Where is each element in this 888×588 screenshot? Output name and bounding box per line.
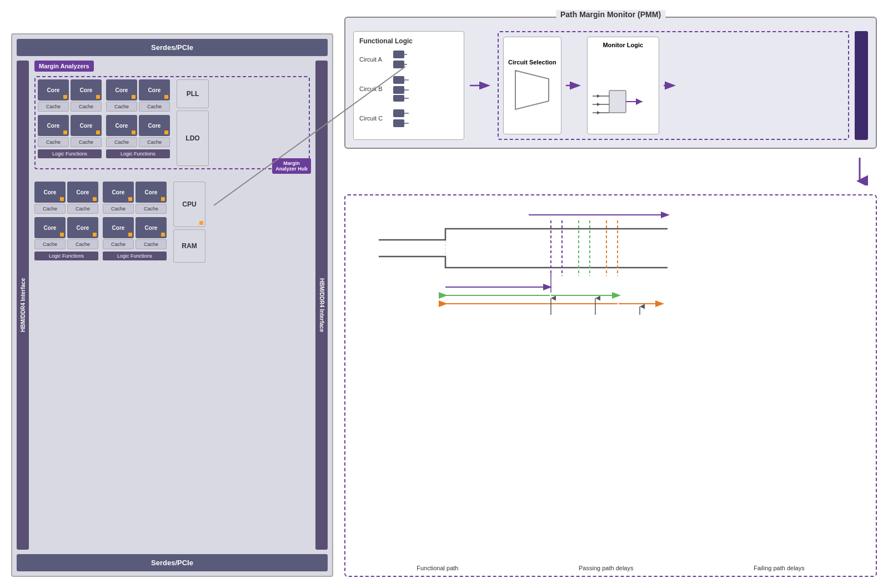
cache-block: Cache xyxy=(71,102,102,112)
cache-block: Cache xyxy=(136,204,167,214)
circuit-c-label: Circuit C xyxy=(359,115,390,122)
cache-block: Cache xyxy=(103,239,134,249)
core-dot xyxy=(63,95,67,99)
hbm-left-interface: HBM/DDR4 Interface xyxy=(17,61,29,550)
core-dot xyxy=(60,233,64,237)
cache-block: Cache xyxy=(38,137,69,147)
arrow-to-monitor xyxy=(566,77,583,94)
core-dot xyxy=(96,95,100,99)
core-dot xyxy=(63,130,67,134)
svg-marker-27 xyxy=(597,111,600,114)
core-block: Core xyxy=(67,217,98,238)
monitor-logic-title: Monitor Logic xyxy=(603,42,643,48)
pmm-output-block xyxy=(855,31,868,140)
monitor-logic-diagram xyxy=(593,85,654,129)
serdes-top: Serdes/PCIe xyxy=(17,39,328,56)
core-block: Core xyxy=(106,115,137,136)
svg-rect-12 xyxy=(393,95,404,102)
functional-path-label: Functional path xyxy=(417,565,458,571)
circuit-selection-title: Circuit Selection xyxy=(508,59,556,66)
svg-rect-21 xyxy=(609,91,626,113)
svg-rect-10 xyxy=(393,86,404,94)
core-block: Core xyxy=(136,217,167,238)
cache-block: Cache xyxy=(139,102,170,112)
functional-logic-section: Functional Logic Circuit A xyxy=(353,31,464,140)
cache-block: Cache xyxy=(139,137,170,147)
circuit-c-row: Circuit C xyxy=(359,108,458,128)
core-block: Core xyxy=(67,182,98,203)
core-block: Core xyxy=(71,79,102,100)
serdes-bottom: Serdes/PCIe xyxy=(17,554,328,571)
core-dot xyxy=(96,130,100,134)
circuit-a-gates xyxy=(393,49,438,69)
cpu-dot xyxy=(199,221,203,225)
margin-analyzer-hub: Margin Analyzer Hub xyxy=(272,158,311,174)
pmm-box: Path Margin Monitor (PMM) Functional Log… xyxy=(344,17,877,149)
core-dot xyxy=(128,197,132,201)
pll-block: PLL xyxy=(177,79,209,108)
core-dot xyxy=(161,197,165,201)
top-core-cluster: Core Cache Core Cache xyxy=(34,76,310,169)
logic-functions-bar: Logic Functions xyxy=(106,149,170,158)
core-block: Core xyxy=(34,217,66,238)
svg-marker-26 xyxy=(597,103,600,106)
svg-marker-25 xyxy=(597,94,600,98)
core-block: Core xyxy=(103,217,134,238)
core-dot xyxy=(93,197,97,201)
circuit-b-row: Circuit B xyxy=(359,75,458,103)
cache-block: Cache xyxy=(34,239,66,249)
core-dot xyxy=(128,233,132,237)
core-block: Core xyxy=(139,79,170,100)
circuit-selection-box: Circuit Selection xyxy=(503,37,561,134)
ram-block: RAM xyxy=(173,229,205,263)
arrow-out-pmm xyxy=(664,77,678,94)
core-block: Core xyxy=(38,79,69,100)
core-dot xyxy=(164,95,168,99)
margin-analyzers-label: Margin Analyzers xyxy=(34,61,94,72)
core-dot xyxy=(164,130,168,134)
cache-block: Cache xyxy=(103,204,134,214)
core-block: Core xyxy=(136,182,167,203)
core-dot xyxy=(60,197,64,201)
down-arrow-pmm-to-timing xyxy=(851,158,868,185)
functional-logic-title: Functional Logic xyxy=(359,37,458,45)
core-block: Core xyxy=(139,115,170,136)
circuit-c-gates xyxy=(393,108,438,128)
core-block: Core xyxy=(103,182,134,203)
cache-block: Cache xyxy=(136,239,167,249)
core-dot xyxy=(132,130,136,134)
core-block: Core xyxy=(38,115,69,136)
pmm-title: Path Margin Monitor (PMM) xyxy=(556,10,665,19)
svg-rect-0 xyxy=(393,51,404,58)
cache-block: Cache xyxy=(106,137,137,147)
cache-block: Cache xyxy=(67,204,98,214)
timing-diagram-box: Functional path Passing path delays Fail… xyxy=(344,194,877,577)
passing-delays-label: Passing path delays xyxy=(579,565,633,571)
logic-functions-bar: Logic Functions xyxy=(34,252,98,260)
logic-functions-bar: Logic Functions xyxy=(103,252,167,260)
core-dot xyxy=(161,233,165,237)
svg-marker-19 xyxy=(515,71,549,109)
core-dot xyxy=(132,95,136,99)
logic-functions-bar: Logic Functions xyxy=(38,149,102,158)
ldo-block: LDO xyxy=(177,110,209,166)
core-block: Core xyxy=(106,79,137,100)
cache-block: Cache xyxy=(34,204,66,214)
svg-rect-14 xyxy=(393,109,404,117)
cache-block: Cache xyxy=(71,137,102,147)
arrow-to-circuit-selection xyxy=(470,77,492,94)
svg-rect-16 xyxy=(393,119,404,127)
timing-labels: Functional path Passing path delays Fail… xyxy=(345,565,876,571)
core-block: Core xyxy=(71,115,102,136)
failing-delays-label: Failing path delays xyxy=(754,565,805,571)
core-dot xyxy=(93,233,97,237)
right-panel: Path Margin Monitor (PMM) Functional Log… xyxy=(344,11,877,577)
cache-block: Cache xyxy=(106,102,137,112)
cpu-block: CPU xyxy=(173,182,205,227)
circuit-selection-shape xyxy=(513,68,551,112)
svg-rect-8 xyxy=(393,76,404,84)
circuit-a-label: Circuit A xyxy=(359,56,390,63)
timing-diagram-svg xyxy=(362,207,859,318)
cache-block: Cache xyxy=(67,239,98,249)
chip-diagram: Serdes/PCIe HBM/DDR4 Interface Margin An… xyxy=(11,33,333,577)
